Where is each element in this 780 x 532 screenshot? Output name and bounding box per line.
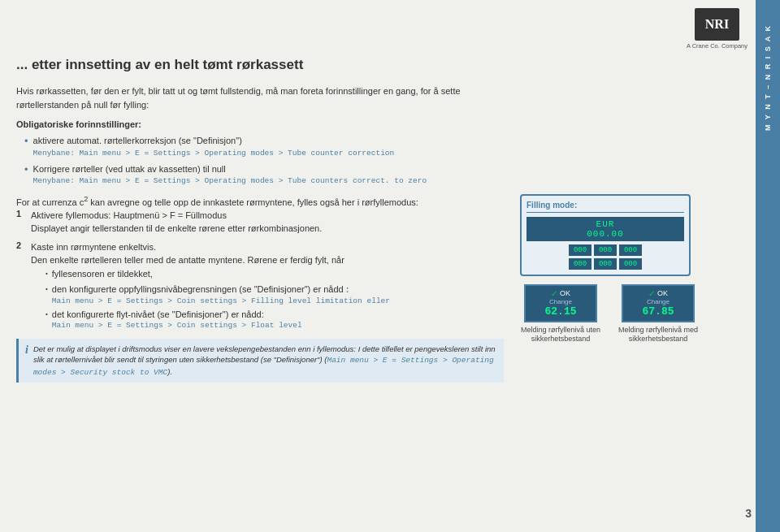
page-title: ... etter innsetting av en helt tømt rør…: [16, 57, 699, 73]
bullet-text-2: Korrigere rørteller (ved uttak av kasset…: [33, 162, 699, 176]
eur-label: EUR: [531, 219, 680, 229]
bullet-content-1: aktivere automat. rørtellerkorreksjon (s…: [33, 134, 699, 159]
step-1: 1 Aktivere fyllemodus: Hauptmenü > F = F…: [16, 209, 504, 236]
bullet-item-2: • Korrigere rørteller (ved uttak av kass…: [16, 162, 699, 188]
amount-2: 67.85: [630, 305, 687, 318]
left-column: For at currenza c2 kan avregne og telle …: [16, 194, 504, 383]
step-2: 2 Kaste inn rørmyntene enkeltvis. Den en…: [16, 240, 504, 333]
step-2-content: Kaste inn rørmyntene enkeltvis. Den enke…: [31, 240, 390, 333]
checkmark-2: ✓: [648, 289, 655, 298]
coin-slot-3: 000: [619, 244, 642, 256]
sub-bullet-dot-3: •: [46, 310, 48, 318]
obligatory-heading: Obligatoriske forinnstillinger:: [16, 119, 699, 129]
checkmark-1: ✓: [551, 289, 557, 298]
sub-bullet-3-content: det konfigurerte flyt-nivået (se "Defini…: [52, 308, 302, 331]
menu-path-2: Menybane: Main menu > E = Settings > Ope…: [33, 175, 699, 187]
step-1-content: Aktivere fyllemodus: Hauptmenü > F = Fül…: [31, 209, 322, 236]
step-1-subtext: Displayet angir tellerstanden til de enk…: [31, 222, 322, 236]
amount-1: 62.15: [532, 305, 589, 318]
ok-row-1: ✓ OK: [532, 289, 589, 298]
intro-text: Hvis rørkassetten, før den er fylt, blir…: [16, 84, 699, 111]
sidebar-text: M Y N T – N R I S A K: [764, 24, 772, 131]
sub-bullet-3: • det konfigurerte flyt-nivået (se "Defi…: [46, 308, 390, 331]
main-content: ... etter innsetting av en helt tømt rør…: [16, 8, 699, 516]
coin-slot-1: 000: [569, 244, 592, 256]
step-1-text: Aktivere fyllemodus: Hauptmenü > F = Fül…: [31, 209, 322, 223]
display-screen-2: ✓ OK Change 67.85: [622, 284, 695, 322]
currenza-intro: For at currenza c2 kan avregne og telle …: [16, 194, 504, 209]
info-icon: i: [25, 344, 28, 357]
sub-bullet-1: • fyllesensoren er tildekket,: [46, 267, 390, 281]
menu-path-1: Menybane: Main menu > E = Settings > Ope…: [33, 148, 699, 159]
right-column: Filling mode: EUR 000.00 000 000 000 000…: [520, 194, 699, 383]
bullet-item-1: • aktivere automat. rørtellerkorreksjon …: [16, 134, 699, 159]
bullet-dot-2: •: [24, 162, 28, 177]
step-number-1: 1: [16, 209, 26, 218]
display-box-1: ✓ OK Change 62.15 Melding rørfyllenivå u…: [520, 284, 601, 344]
caption-1: Melding rørfyllenivå uten sikkerhetsbest…: [520, 326, 601, 344]
right-sidebar: M Y N T – N R I S A K: [756, 0, 780, 532]
sub-bullet-2-content: den konfigurerte oppfyllingsnivåbegrensn…: [52, 283, 390, 305]
coin-slots-row-1: 000 000 000: [526, 244, 684, 256]
nri-logo: NRI: [695, 8, 739, 41]
menu-path-coin1: Main menu > E = Settings > Coin settings…: [52, 296, 390, 305]
page-container: M Y N T – N R I S A K 3 NRI A Crane Co. …: [0, 0, 780, 532]
sub-bullet-dot-2: •: [46, 285, 48, 292]
coin-slot-6: 000: [619, 258, 642, 270]
change-label-1: Change: [532, 298, 589, 305]
display-screen-1: ✓ OK Change 62.15: [524, 284, 597, 322]
display-box-2: ✓ OK Change 67.85 Melding rørfyllenivå m…: [618, 284, 699, 344]
filling-mode-box: Filling mode: EUR 000.00 000 000 000 000…: [520, 194, 691, 276]
bullet-content-2: Korrigere rørteller (ved uttak av kasset…: [33, 162, 699, 188]
sub-bullet-dot-1: •: [46, 270, 48, 277]
change-label-2: Change: [630, 298, 687, 305]
filling-mode-title: Filling mode:: [526, 201, 684, 213]
sub-bullet-2: • den konfigurerte oppfyllingsnivåbegren…: [46, 283, 390, 305]
bullet-dot-1: •: [24, 134, 28, 149]
eur-display: EUR 000.00: [526, 217, 684, 241]
step-2-subtext1: Den enkelte rørtelleren teller med de an…: [31, 253, 390, 267]
page-number: 3: [745, 507, 752, 520]
display-boxes-row: ✓ OK Change 62.15 Melding rørfyllenivå u…: [520, 284, 699, 344]
coin-slot-2: 000: [594, 244, 617, 256]
bullet-text-1: aktivere automat. rørtellerkorreksjon (s…: [33, 134, 699, 148]
caption-2: Melding rørfyllenivå med sikkerhetsbesta…: [618, 326, 699, 344]
sub-bullet-text-2: den konfigurerte oppfyllingsnivåbegrensn…: [52, 284, 344, 294]
info-text: Det er mulig at displayet i driftsmodus …: [33, 344, 497, 378]
step-2-text: Kaste inn rørmyntene enkeltvis.: [31, 240, 390, 254]
coin-slot-4: 000: [569, 258, 592, 270]
ok-row-2: ✓ OK: [630, 289, 687, 298]
sub-bullet-text-1: fyllesensoren er tildekket,: [52, 267, 153, 281]
currenza-section: For at currenza c2 kan avregne og telle …: [16, 194, 699, 383]
step-number-2: 2: [16, 240, 26, 250]
coin-slots-row-2: 000 000 000: [526, 258, 684, 270]
info-box: i Det er mulig at displayet i driftsmodu…: [16, 339, 504, 383]
menu-path-coin2: Main menu > E = Settings > Coin settings…: [52, 321, 302, 330]
coin-slot-5: 000: [594, 258, 617, 270]
eur-value: 000.00: [531, 229, 680, 239]
sub-bullet-text-3: det konfigurerte flyt-nivået (se "Defini…: [52, 309, 264, 319]
